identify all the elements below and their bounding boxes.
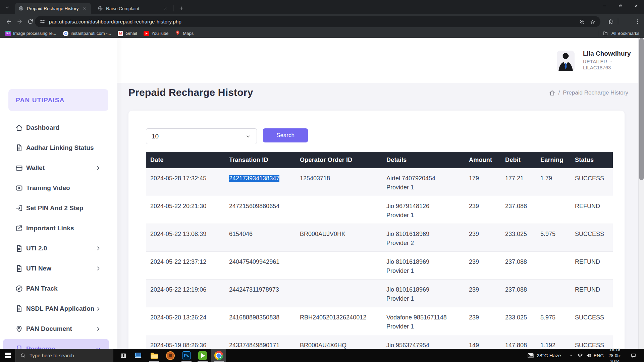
language-indicator[interactable]: ENG [593,349,604,362]
bookmark-item[interactable]: Maps [172,29,196,37]
tab-search-button[interactable] [3,3,12,12]
cell-status: REFUND [571,196,613,224]
youtube-favicon [144,31,149,36]
taskbar-search-placeholder: Type here to search [30,353,74,358]
sidebar-divider [0,74,117,74]
pc-app-button[interactable] [131,349,146,362]
cell-transaction-id: 242173934138347 [225,168,296,196]
scrollbar[interactable] [638,38,644,349]
weather-text[interactable]: 28°C Haze [537,349,564,362]
news-icon [527,352,534,359]
cell-earning: 5.975 [536,307,571,335]
forward-button[interactable] [15,17,24,26]
sidebar-item-wallet[interactable]: Wallet [3,158,109,178]
tab-raise-complaint[interactable]: Raise Complaint [94,3,171,14]
table-row: 2024-05-22 13:08:396154046BR000AUJV0HKJi… [146,224,613,252]
volume-button[interactable] [584,349,593,362]
new-tab-button[interactable] [176,3,186,13]
user-profile[interactable]: Lila Chowdhury RETAILER LILAC18763 [557,50,641,77]
window-restore-button[interactable] [612,0,628,11]
taskbar-search-input[interactable]: Type here to search [15,349,113,362]
start-button[interactable] [0,349,15,362]
tab-close-icon[interactable] [162,6,168,11]
column-header: Debit [501,152,536,168]
window-minimize-button[interactable] [597,0,612,11]
bookmark-item[interactable]: Ginstantpanuti.com -... [60,30,114,37]
tab-prepaid-recharge-history[interactable]: Prepaid Recharge History [15,3,91,14]
sidebar-item-uti-new[interactable]: UTI New [3,258,109,279]
column-header: Status [571,152,613,168]
chevron-right-icon [95,245,102,252]
folder-icon [602,31,608,36]
page-size-select[interactable]: 10 [146,128,257,144]
bookmark-item[interactable]: JPGImage processing re... [3,30,59,37]
tray-expand-button[interactable] [566,349,575,362]
scrollbar-thumb[interactable] [639,38,644,180]
home-icon[interactable] [549,89,555,96]
notification-button[interactable] [628,349,639,362]
bookmark-item[interactable]: YouTube [141,30,171,37]
cell-date: 2024-05-20 13:26:24 [146,307,225,335]
task-view-button[interactable] [116,349,131,362]
sidebar-item-pan-document[interactable]: PAN Document [3,319,109,339]
cell-operator-order-id: BR000AU4X6HQ [296,335,382,349]
sidebar-item-training-video[interactable]: Training Video [3,178,109,198]
tab-title: Raise Complaint [106,6,159,11]
cell-operator-order-id: RBH2405201326240012 [296,307,382,335]
user-avatar [557,51,575,71]
sidebar-item-aadhar-linking-status[interactable]: Aadhar Linking Status [3,138,109,158]
cell-operator-order-id: BR000AUJV0HK [296,224,382,251]
sidebar-item-label: UTI New [26,265,51,272]
site-settings-icon[interactable] [40,19,45,24]
media-app-button[interactable] [163,349,178,362]
back-button[interactable] [4,17,13,26]
bookmark-star-icon[interactable] [590,19,596,25]
login-icon [15,204,23,212]
menu-dots-icon[interactable] [634,18,641,25]
cell-details: Jio 8101618969Provider 1 [382,280,465,307]
media-app-icon [166,351,175,360]
sidebar-item-uti-2-0[interactable]: UTI 2.0 [3,238,109,258]
external-icon [15,224,23,232]
file-explorer-button[interactable] [147,349,162,362]
sidebar-item-recharge[interactable]: Recharge [3,339,109,349]
wifi-button[interactable] [576,349,584,362]
close-icon [634,4,638,8]
restore-icon [618,4,623,8]
chrome-button[interactable] [211,349,226,362]
clock[interactable]: 18:18 28-05-2024 [604,349,626,362]
sidebar-item-set-pin-and-2-step[interactable]: Set PIN And 2 Step [3,198,109,218]
toolbar-separator [618,18,618,24]
tab-close-icon[interactable] [82,6,88,11]
cell-details: Jio 9563747954 [382,335,465,349]
sidebar-item-nsdl-pan-application[interactable]: NSDL PAN Application [3,299,109,319]
extensions-puzzle-icon[interactable] [607,18,614,25]
browser-profile-avatar[interactable] [622,17,630,25]
bookmark-item[interactable]: MGmail [115,30,140,37]
chrome-icon [214,351,223,360]
photoshop-button[interactable]: Ps [179,349,194,362]
address-bar[interactable]: pan.utipaisa.com/dashboard/prepaid-recha… [35,16,600,27]
all-bookmarks-button[interactable]: All Bookmarks [611,31,639,36]
news-weather-button[interactable] [525,349,536,362]
table-row: 2024-05-28 17:32:45242173934138347125403… [146,168,613,196]
close-icon [163,7,167,10]
brand-box[interactable]: PAN UTIPAISA [8,89,108,111]
zoom-in-icon[interactable] [579,19,585,25]
cell-date: 2024-05-22 13:08:39 [146,224,225,251]
clock-date: 28-05-2024 [604,353,626,362]
sidebar-item-dashboard[interactable]: Dashboard [3,118,109,138]
play-app-button[interactable] [195,349,210,362]
cell-earning: 5.975 [536,224,571,251]
window-close-button[interactable] [628,0,644,11]
pin-icon [15,325,23,333]
brand-label: PAN UTIPAISA [16,97,65,104]
user-id: LILAC18763 [583,65,611,70]
sidebar-item-important-links[interactable]: Important Links [3,218,109,238]
cell-details: Vodafone 9851671148Provider 1 [382,307,465,335]
sidebar-item-pan-track[interactable]: PAN Track [3,279,109,299]
speaker-icon [586,352,592,359]
search-button[interactable]: Search [263,128,308,142]
chevron-down-icon [245,133,251,139]
reload-button[interactable] [25,17,35,26]
